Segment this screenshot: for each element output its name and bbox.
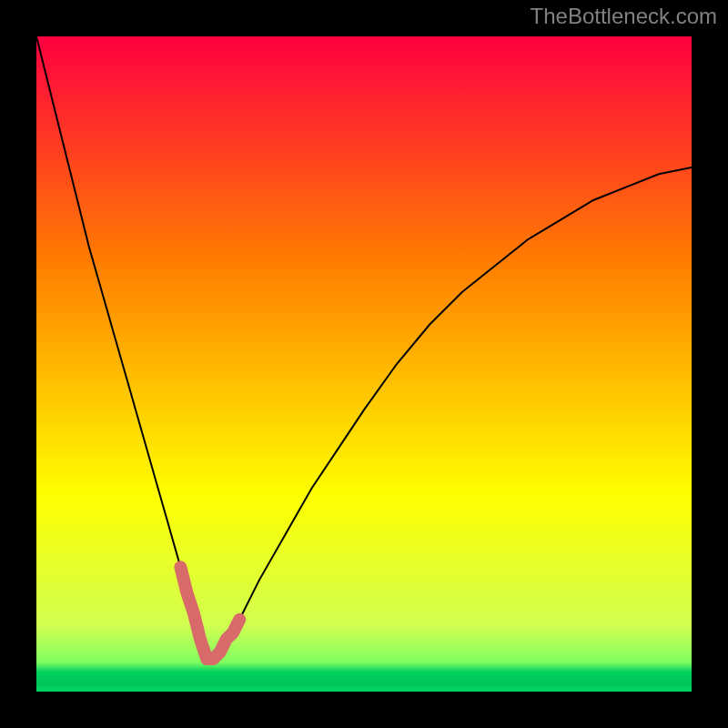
plot-area (36, 36, 692, 692)
chart-svg (36, 36, 692, 692)
baseline-strip (36, 686, 692, 692)
watermark-label: TheBottleneck.com (531, 4, 717, 29)
chart-frame: TheBottleneck.com (0, 0, 728, 728)
gradient-background (36, 36, 692, 692)
